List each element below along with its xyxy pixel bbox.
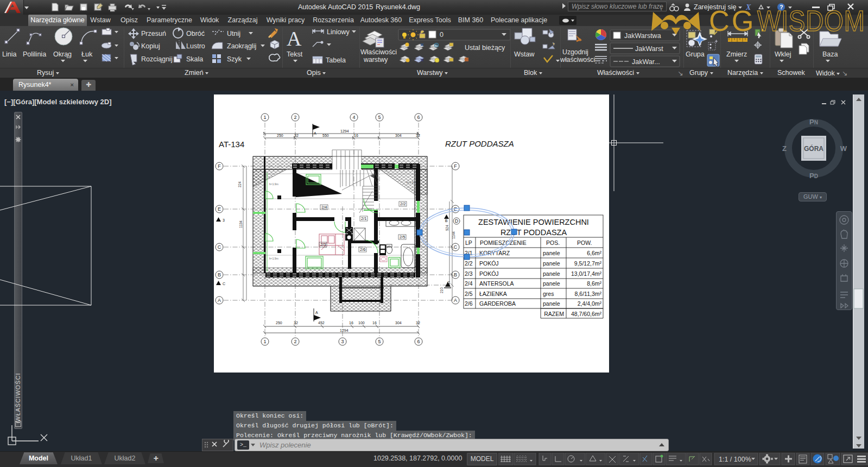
svg-text:D: D: [455, 218, 459, 224]
svg-text:POW.: POW.: [577, 239, 592, 246]
svg-text:Liniowy: Liniowy: [327, 28, 350, 36]
svg-text:8,6/11,3m²: 8,6/11,3m²: [575, 291, 602, 297]
svg-text:0: 0: [440, 31, 443, 39]
svg-text:h<1.9m: h<1.9m: [407, 181, 416, 184]
svg-text:2/5: 2/5: [465, 291, 473, 297]
svg-text:1294: 1294: [340, 329, 349, 332]
svg-text:2/3: 2/3: [320, 242, 326, 247]
svg-text:Tabela: Tabela: [326, 56, 346, 64]
svg-text:GARDEROBA: GARDEROBA: [479, 300, 516, 307]
svg-text:Wstaw: Wstaw: [514, 51, 535, 58]
svg-text:GÓRA: GÓRA: [804, 144, 823, 153]
svg-text:h<1.9m: h<1.9m: [269, 257, 278, 260]
svg-text:Lustro: Lustro: [186, 42, 205, 50]
svg-text:POKÓJ: POKÓJ: [479, 260, 499, 267]
svg-text:Okrąg: Okrąg: [53, 51, 72, 58]
svg-text:Łuk: Łuk: [81, 51, 93, 58]
svg-text:Zarejestruj się: Zarejestruj się: [694, 3, 737, 11]
svg-text:16: 16: [372, 321, 377, 325]
svg-text:PD: PD: [809, 172, 818, 180]
svg-text:RZUT PODDASZA: RZUT PODDASZA: [500, 228, 567, 237]
svg-text:250: 250: [276, 321, 282, 325]
svg-text:B: B: [454, 272, 457, 277]
svg-text:Baza: Baza: [822, 51, 838, 58]
svg-text:Z: Z: [782, 144, 787, 153]
svg-text:9,5/12,7m²: 9,5/12,7m²: [574, 260, 602, 267]
svg-text:ŁAZIENKA: ŁAZIENKA: [479, 291, 507, 297]
svg-text:C: C: [218, 244, 221, 250]
svg-text:1294: 1294: [340, 129, 349, 133]
svg-text:B: B: [218, 272, 221, 277]
svg-text:Ustal bieżący: Ustal bieżący: [465, 44, 505, 52]
svg-text:3: 3: [341, 339, 344, 344]
svg-text:1: 1: [263, 339, 266, 344]
svg-text:304: 304: [395, 321, 402, 325]
svg-text:A: A: [218, 298, 221, 303]
svg-text:Przesuń: Przesuń: [141, 30, 166, 37]
svg-text:1144: 1144: [452, 231, 455, 239]
svg-text:POKÓJ: POKÓJ: [479, 270, 499, 277]
svg-text:?: ?: [780, 4, 783, 10]
svg-text:8,6m²: 8,6m²: [587, 280, 601, 287]
svg-text:100: 100: [358, 321, 365, 325]
svg-text:A: A: [314, 131, 316, 135]
svg-text:F: F: [218, 163, 221, 169]
svg-text:1:1 / 100%: 1:1 / 100%: [719, 456, 751, 463]
svg-text:32: 32: [294, 134, 299, 137]
svg-text:Rozciągnij: Rozciągnij: [141, 55, 173, 63]
svg-text:1: 1: [263, 115, 266, 120]
svg-text:WŁAŚCIWOŚCI: WŁAŚCIWOŚCI: [15, 373, 21, 422]
svg-text:Wklej: Wklej: [775, 51, 791, 58]
svg-text:452: 452: [318, 321, 325, 325]
svg-text:AT-134: AT-134: [219, 140, 244, 149]
svg-text:A: A: [454, 298, 457, 303]
svg-text:panele: panele: [543, 250, 560, 256]
svg-text:Zmierz: Zmierz: [726, 51, 747, 58]
svg-text:Kopiuj: Kopiuj: [141, 42, 160, 50]
svg-text:6,6m²: 6,6m²: [587, 250, 601, 256]
svg-text:panele: panele: [543, 260, 560, 267]
svg-text:224: 224: [238, 181, 242, 187]
svg-text:E: E: [218, 206, 221, 212]
svg-text:Polilinia: Polilinia: [23, 51, 46, 58]
svg-text:304: 304: [395, 134, 402, 137]
svg-text:gres: gres: [543, 291, 554, 297]
svg-text:Zaokrąglij: Zaokrąglij: [227, 42, 256, 50]
svg-text:Obróć: Obróć: [186, 30, 205, 37]
svg-text:48,7/60,6m²: 48,7/60,6m²: [571, 311, 602, 317]
svg-text:B: B: [445, 219, 448, 223]
svg-text:3: 3: [223, 218, 225, 222]
svg-text:panele: panele: [543, 300, 560, 307]
svg-text:Uzgodnijwłaściwości: Uzgodnijwłaściwości: [560, 48, 595, 64]
svg-text:Grupa: Grupa: [686, 51, 705, 58]
svg-text:32: 32: [416, 321, 420, 325]
svg-text:5: 5: [378, 115, 381, 120]
svg-text:1134: 1134: [239, 220, 243, 228]
svg-text:32: 32: [416, 134, 420, 137]
svg-text:POMIESZCZENIE: POMIESZCZENIE: [480, 239, 527, 246]
svg-text:Właściwościwarstwy: Właściwościwarstwy: [360, 48, 397, 64]
svg-text:2/4: 2/4: [465, 280, 473, 287]
svg-text:4: 4: [352, 115, 355, 120]
svg-text:Skala: Skala: [186, 55, 203, 63]
svg-text:A: A: [287, 27, 302, 50]
svg-text:13,0/17,4m²: 13,0/17,4m²: [571, 270, 602, 277]
svg-text:2: 2: [294, 339, 296, 344]
svg-text:5: 5: [378, 339, 381, 344]
svg-text:924: 924: [445, 225, 449, 231]
svg-text:POS.: POS.: [546, 239, 560, 246]
svg-text:A: A: [315, 311, 318, 314]
svg-text:PN: PN: [809, 118, 818, 126]
svg-text:250: 250: [277, 134, 283, 137]
svg-text:Szyk: Szyk: [227, 55, 242, 63]
svg-text:32: 32: [294, 321, 298, 325]
svg-text:JakWar...: JakWar...: [632, 58, 660, 66]
svg-text:W: W: [840, 144, 847, 153]
svg-text:6: 6: [417, 115, 420, 120]
svg-text:2: 2: [294, 115, 296, 120]
svg-text:C: C: [447, 281, 450, 285]
svg-text:ZESTAWIENIE POWIERZCHNI: ZESTAWIENIE POWIERZCHNI: [478, 218, 589, 226]
svg-text:2,4/4,0m²: 2,4/4,0m²: [578, 300, 602, 307]
svg-text:RZUT PODDASZA: RZUT PODDASZA: [445, 139, 514, 148]
svg-text:ANTERSOLA: ANTERSOLA: [479, 280, 514, 287]
